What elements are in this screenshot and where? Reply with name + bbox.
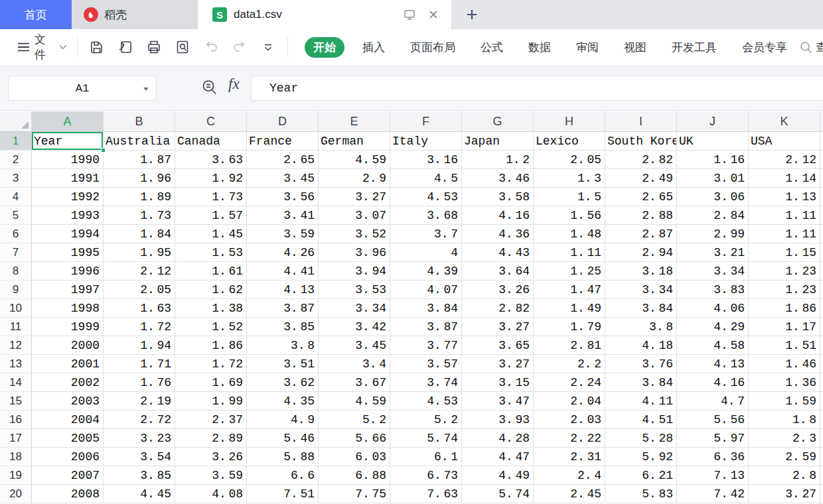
- cell[interactable]: 1998: [32, 299, 104, 318]
- row-header-17[interactable]: 17: [0, 429, 32, 448]
- cell[interactable]: 1. 3: [534, 169, 605, 188]
- cell[interactable]: 1. 47: [534, 281, 605, 299]
- column-header-C[interactable]: C: [175, 111, 247, 132]
- cell[interactable]: 2. 9: [319, 169, 390, 188]
- cell[interactable]: 2. 04: [534, 392, 605, 410]
- cell[interactable]: 1993: [32, 206, 104, 225]
- new-tab-button[interactable]: [462, 5, 482, 25]
- cell[interactable]: 1. 99: [175, 392, 247, 410]
- cell[interactable]: 1. 94: [104, 336, 175, 355]
- row-header-9[interactable]: 9: [0, 281, 32, 299]
- cell[interactable]: 5. 66: [319, 429, 390, 448]
- cell[interactable]: 1991: [32, 169, 104, 188]
- row-header-6[interactable]: 6: [0, 225, 32, 243]
- cell[interactable]: 1997: [32, 281, 104, 299]
- print-icon[interactable]: [145, 38, 163, 56]
- cell[interactable]: Japan: [462, 132, 534, 151]
- cell[interactable]: 4. 53: [390, 188, 462, 206]
- cell[interactable]: 2. 49: [605, 169, 677, 188]
- cell[interactable]: 3. 93: [462, 410, 534, 429]
- ribbon-tab-插入[interactable]: 插入: [350, 40, 398, 55]
- cell[interactable]: 5. 2: [319, 410, 390, 429]
- ribbon-search[interactable]: 查: [800, 40, 823, 55]
- cell[interactable]: 3. 26: [175, 448, 247, 466]
- cell[interactable]: 1. 96: [104, 169, 175, 188]
- cell[interactable]: 4. 06: [677, 299, 749, 318]
- cell[interactable]: 3. 34: [319, 299, 390, 318]
- cell[interactable]: 5. 83: [605, 485, 677, 503]
- cell[interactable]: 1. 57: [175, 206, 247, 225]
- cell[interactable]: 2. 89: [175, 429, 247, 448]
- ribbon-tab-会员专享[interactable]: 会员专享: [729, 40, 800, 55]
- cell[interactable]: 3. 62: [247, 373, 319, 392]
- column-header-F[interactable]: F: [390, 111, 462, 132]
- cell[interactable]: 3. 51: [247, 355, 319, 373]
- cell[interactable]: 2. 45: [534, 485, 605, 503]
- cell[interactable]: 2. 84: [677, 206, 749, 225]
- cell[interactable]: 3. 18: [605, 262, 677, 281]
- row-header-5[interactable]: 5: [0, 206, 32, 225]
- cell[interactable]: 1. 11: [749, 206, 820, 225]
- cell[interactable]: 4. 11: [605, 392, 677, 410]
- cell[interactable]: 5. 92: [605, 448, 677, 466]
- cell[interactable]: 2. 3: [749, 429, 820, 448]
- cell[interactable]: 1. 49: [534, 299, 605, 318]
- cell[interactable]: 3. 8: [247, 336, 319, 355]
- cell[interactable]: 1992: [32, 188, 104, 206]
- cell[interactable]: 1. 8: [749, 410, 820, 429]
- row-header-1[interactable]: 1: [0, 132, 32, 151]
- cell[interactable]: 1. 11: [749, 225, 820, 243]
- cell[interactable]: 1. 17: [749, 318, 820, 336]
- cell[interactable]: 7. 13: [677, 466, 749, 485]
- cell[interactable]: 4. 45: [104, 485, 175, 503]
- cell[interactable]: 1996: [32, 262, 104, 281]
- column-header-D[interactable]: D: [247, 111, 319, 132]
- cell[interactable]: 3. 59: [175, 466, 247, 485]
- cell[interactable]: 5. 2: [390, 410, 462, 429]
- cell[interactable]: 3. 87: [390, 318, 462, 336]
- cell[interactable]: 1. 95: [104, 243, 175, 262]
- cell[interactable]: 4. 43: [462, 243, 534, 262]
- cell[interactable]: 3. 4: [319, 355, 390, 373]
- cell[interactable]: France: [247, 132, 319, 151]
- cell[interactable]: 4. 53: [390, 392, 462, 410]
- cell[interactable]: 3. 65: [462, 336, 534, 355]
- cell[interactable]: 1. 73: [175, 188, 247, 206]
- cell[interactable]: 1. 89: [104, 188, 175, 206]
- tab-docer[interactable]: 稻壳: [72, 0, 198, 29]
- cell[interactable]: 1. 45: [175, 225, 247, 243]
- cell[interactable]: 2. 82: [605, 151, 677, 169]
- row-header-16[interactable]: 16: [0, 410, 32, 429]
- cell[interactable]: 5. 88: [247, 448, 319, 466]
- cell[interactable]: 3. 53: [319, 281, 390, 299]
- column-header-B[interactable]: B: [104, 111, 175, 132]
- cell[interactable]: 6. 88: [319, 466, 390, 485]
- cell[interactable]: 7. 42: [677, 485, 749, 503]
- cell[interactable]: 1. 14: [749, 169, 820, 188]
- cell[interactable]: 6. 21: [605, 466, 677, 485]
- cell[interactable]: 6. 36: [677, 448, 749, 466]
- row-header-2[interactable]: 2: [0, 151, 32, 169]
- column-header-I[interactable]: I: [605, 111, 677, 132]
- cell[interactable]: 1. 51: [749, 336, 820, 355]
- cell[interactable]: 3. 59: [247, 225, 319, 243]
- cell[interactable]: 3. 41: [247, 206, 319, 225]
- cell[interactable]: 1994: [32, 225, 104, 243]
- cell[interactable]: 3. 64: [462, 262, 534, 281]
- cell[interactable]: USA: [749, 132, 820, 151]
- cell[interactable]: 4. 49: [462, 466, 534, 485]
- row-header-12[interactable]: 12: [0, 336, 32, 355]
- cell[interactable]: 1. 73: [104, 206, 175, 225]
- cell[interactable]: Australia: [104, 132, 175, 151]
- cell[interactable]: 4. 41: [247, 262, 319, 281]
- cell[interactable]: 2003: [32, 392, 104, 410]
- cell[interactable]: 2008: [32, 485, 104, 503]
- cell[interactable]: 2. 72: [104, 410, 175, 429]
- cell[interactable]: 1. 38: [175, 299, 247, 318]
- cell[interactable]: 3. 68: [390, 206, 462, 225]
- cell[interactable]: Canada: [175, 132, 247, 151]
- redo-icon[interactable]: [230, 38, 249, 56]
- cell[interactable]: 1. 48: [534, 225, 605, 243]
- cell[interactable]: 1. 69: [175, 373, 247, 392]
- search-formula-icon[interactable]: [201, 79, 218, 96]
